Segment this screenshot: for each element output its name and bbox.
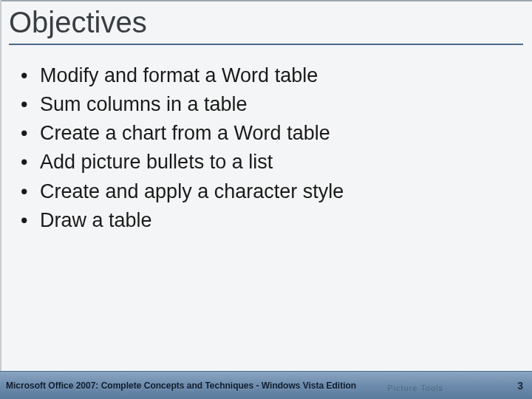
list-item: Modify and format a Word table	[18, 61, 525, 90]
list-item: Create and apply a character style	[18, 177, 525, 206]
top-edge	[0, 0, 532, 1]
left-edge	[0, 0, 1, 399]
page-number: 3	[517, 380, 523, 392]
footer-source-text: Microsoft Office 2007: Complete Concepts…	[6, 381, 356, 391]
slide: Objectives Modify and format a Word tabl…	[0, 0, 532, 399]
list-item: Add picture bullets to a list	[18, 148, 525, 177]
slide-footer: Microsoft Office 2007: Complete Concepts…	[0, 371, 532, 399]
list-item: Draw a table	[18, 206, 525, 235]
footer-ghost-text: Picture Tools	[387, 383, 443, 392]
slide-content: Objectives Modify and format a Word tabl…	[0, 0, 532, 371]
slide-title: Objectives	[7, 6, 525, 39]
list-item: Sum columns in a table	[18, 90, 525, 119]
objectives-list: Modify and format a Word table Sum colum…	[7, 61, 525, 235]
list-item: Create a chart from a Word table	[18, 119, 525, 148]
title-divider	[9, 44, 523, 45]
